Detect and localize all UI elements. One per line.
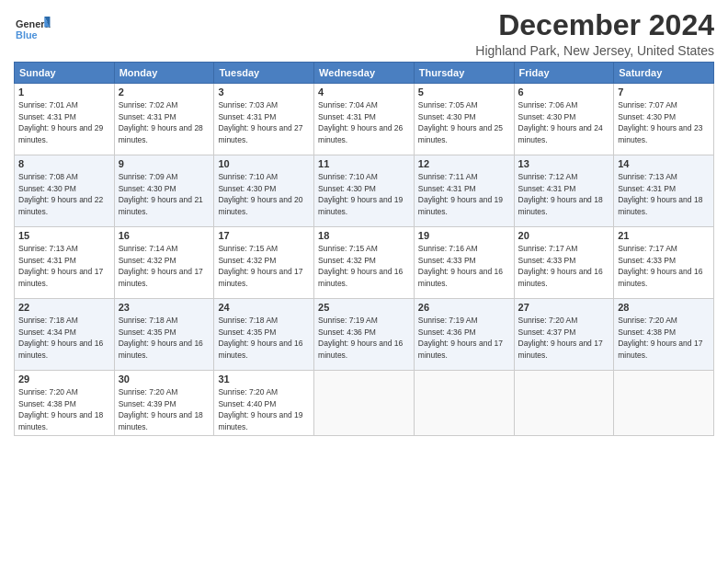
day-info: Sunrise: 7:10 AMSunset: 4:30 PMDaylight:…: [218, 172, 302, 215]
table-row: 1 Sunrise: 7:01 AMSunset: 4:31 PMDayligh…: [15, 84, 115, 155]
table-row: 14 Sunrise: 7:13 AMSunset: 4:31 PMDaylig…: [614, 155, 714, 227]
header: General Blue December 2024 Highland Park…: [14, 9, 714, 58]
day-info: Sunrise: 7:20 AMSunset: 4:38 PMDaylight:…: [18, 387, 103, 431]
col-thursday: Thursday: [414, 63, 514, 84]
logo: General Blue: [14, 13, 52, 45]
table-row: 8 Sunrise: 7:08 AMSunset: 4:30 PMDayligh…: [15, 155, 115, 227]
day-info: Sunrise: 7:17 AMSunset: 4:33 PMDaylight:…: [518, 244, 603, 287]
table-row: [314, 371, 415, 436]
calendar-table: Sunday Monday Tuesday Wednesday Thursday…: [14, 62, 714, 436]
day-number: 30: [119, 373, 210, 385]
table-row: 28 Sunrise: 7:20 AMSunset: 4:38 PMDaylig…: [614, 299, 714, 371]
day-number: 16: [119, 230, 210, 241]
table-row: 4 Sunrise: 7:04 AMSunset: 4:31 PMDayligh…: [314, 84, 415, 155]
table-row: 12 Sunrise: 7:11 AMSunset: 4:31 PMDaylig…: [414, 155, 514, 227]
table-row: 16 Sunrise: 7:14 AMSunset: 4:32 PMDaylig…: [114, 227, 214, 299]
col-monday: Monday: [114, 63, 214, 84]
day-number: 8: [18, 158, 110, 169]
day-info: Sunrise: 7:20 AMSunset: 4:37 PMDaylight:…: [518, 316, 603, 359]
day-number: 4: [318, 86, 410, 98]
svg-text:Blue: Blue: [16, 29, 38, 40]
day-number: 5: [418, 86, 510, 98]
day-number: 3: [218, 86, 310, 98]
col-sunday: Sunday: [15, 63, 115, 84]
table-row: 17 Sunrise: 7:15 AMSunset: 4:32 PMDaylig…: [214, 227, 314, 299]
day-number: 20: [518, 230, 610, 241]
day-info: Sunrise: 7:07 AMSunset: 4:30 PMDaylight:…: [618, 100, 702, 144]
day-info: Sunrise: 7:19 AMSunset: 4:36 PMDaylight:…: [318, 316, 403, 359]
table-row: 22 Sunrise: 7:18 AMSunset: 4:34 PMDaylig…: [15, 299, 115, 371]
day-info: Sunrise: 7:12 AMSunset: 4:31 PMDaylight:…: [518, 172, 603, 215]
table-row: 30 Sunrise: 7:20 AMSunset: 4:39 PMDaylig…: [114, 371, 214, 436]
table-row: 31 Sunrise: 7:20 AMSunset: 4:40 PMDaylig…: [214, 371, 314, 436]
day-info: Sunrise: 7:17 AMSunset: 4:33 PMDaylight:…: [618, 244, 702, 287]
day-number: 13: [518, 158, 610, 169]
table-row: 13 Sunrise: 7:12 AMSunset: 4:31 PMDaylig…: [514, 155, 614, 227]
day-info: Sunrise: 7:11 AMSunset: 4:31 PMDaylight:…: [418, 172, 503, 215]
day-number: 7: [618, 86, 710, 98]
day-info: Sunrise: 7:08 AMSunset: 4:30 PMDaylight:…: [18, 172, 103, 215]
logo-icon: General Blue: [14, 13, 51, 45]
day-info: Sunrise: 7:14 AMSunset: 4:32 PMDaylight:…: [119, 244, 203, 287]
table-row: 3 Sunrise: 7:03 AMSunset: 4:31 PMDayligh…: [214, 84, 314, 155]
day-info: Sunrise: 7:15 AMSunset: 4:32 PMDaylight:…: [218, 244, 302, 287]
day-info: Sunrise: 7:03 AMSunset: 4:31 PMDaylight:…: [218, 100, 302, 144]
day-info: Sunrise: 7:20 AMSunset: 4:39 PMDaylight:…: [119, 387, 203, 431]
day-info: Sunrise: 7:20 AMSunset: 4:38 PMDaylight:…: [618, 316, 702, 359]
day-info: Sunrise: 7:09 AMSunset: 4:30 PMDaylight:…: [119, 172, 203, 215]
day-number: 11: [318, 158, 410, 169]
day-info: Sunrise: 7:02 AMSunset: 4:31 PMDaylight:…: [119, 100, 203, 144]
day-number: 10: [218, 158, 310, 169]
day-info: Sunrise: 7:04 AMSunset: 4:31 PMDaylight:…: [318, 100, 403, 144]
day-info: Sunrise: 7:18 AMSunset: 4:34 PMDaylight:…: [18, 316, 103, 359]
table-row: 24 Sunrise: 7:18 AMSunset: 4:35 PMDaylig…: [214, 299, 314, 371]
table-row: 9 Sunrise: 7:09 AMSunset: 4:30 PMDayligh…: [114, 155, 214, 227]
day-number: 15: [18, 230, 110, 241]
table-row: 6 Sunrise: 7:06 AMSunset: 4:30 PMDayligh…: [514, 84, 614, 155]
day-info: Sunrise: 7:01 AMSunset: 4:31 PMDaylight:…: [18, 100, 103, 144]
day-number: 22: [18, 302, 110, 313]
day-info: Sunrise: 7:10 AMSunset: 4:30 PMDaylight:…: [318, 172, 403, 215]
col-saturday: Saturday: [614, 63, 714, 84]
day-number: 2: [119, 86, 210, 98]
table-row: 18 Sunrise: 7:15 AMSunset: 4:32 PMDaylig…: [314, 227, 415, 299]
table-row: 21 Sunrise: 7:17 AMSunset: 4:33 PMDaylig…: [614, 227, 714, 299]
table-row: 10 Sunrise: 7:10 AMSunset: 4:30 PMDaylig…: [214, 155, 314, 227]
table-row: 2 Sunrise: 7:02 AMSunset: 4:31 PMDayligh…: [114, 84, 214, 155]
subtitle: Highland Park, New Jersey, United States: [475, 43, 714, 58]
day-number: 29: [18, 373, 110, 385]
table-row: 5 Sunrise: 7:05 AMSunset: 4:30 PMDayligh…: [414, 84, 514, 155]
day-info: Sunrise: 7:20 AMSunset: 4:40 PMDaylight:…: [218, 387, 302, 431]
table-row: 15 Sunrise: 7:13 AMSunset: 4:31 PMDaylig…: [15, 227, 115, 299]
page: General Blue December 2024 Highland Park…: [0, 0, 728, 563]
col-tuesday: Tuesday: [214, 63, 314, 84]
main-title: December 2024: [475, 9, 714, 41]
table-row: 11 Sunrise: 7:10 AMSunset: 4:30 PMDaylig…: [314, 155, 415, 227]
day-info: Sunrise: 7:18 AMSunset: 4:35 PMDaylight:…: [218, 316, 302, 359]
day-number: 18: [318, 230, 410, 241]
day-number: 26: [418, 302, 510, 313]
table-row: 27 Sunrise: 7:20 AMSunset: 4:37 PMDaylig…: [514, 299, 614, 371]
day-info: Sunrise: 7:18 AMSunset: 4:35 PMDaylight:…: [119, 316, 203, 359]
day-info: Sunrise: 7:19 AMSunset: 4:36 PMDaylight:…: [418, 316, 503, 359]
day-number: 21: [618, 230, 710, 241]
title-area: December 2024 Highland Park, New Jersey,…: [475, 9, 714, 58]
header-row: Sunday Monday Tuesday Wednesday Thursday…: [15, 63, 714, 84]
table-row: 19 Sunrise: 7:16 AMSunset: 4:33 PMDaylig…: [414, 227, 514, 299]
day-number: 14: [618, 158, 710, 169]
col-friday: Friday: [514, 63, 614, 84]
col-wednesday: Wednesday: [314, 63, 415, 84]
day-number: 6: [518, 86, 610, 98]
day-info: Sunrise: 7:13 AMSunset: 4:31 PMDaylight:…: [18, 244, 103, 287]
table-row: 7 Sunrise: 7:07 AMSunset: 4:30 PMDayligh…: [614, 84, 714, 155]
day-number: 9: [119, 158, 210, 169]
day-number: 31: [218, 373, 310, 385]
day-number: 23: [119, 302, 210, 313]
day-number: 24: [218, 302, 310, 313]
day-number: 12: [418, 158, 510, 169]
day-number: 25: [318, 302, 410, 313]
day-info: Sunrise: 7:13 AMSunset: 4:31 PMDaylight:…: [618, 172, 702, 215]
table-row: [614, 371, 714, 436]
day-number: 28: [618, 302, 710, 313]
day-number: 1: [18, 86, 110, 98]
